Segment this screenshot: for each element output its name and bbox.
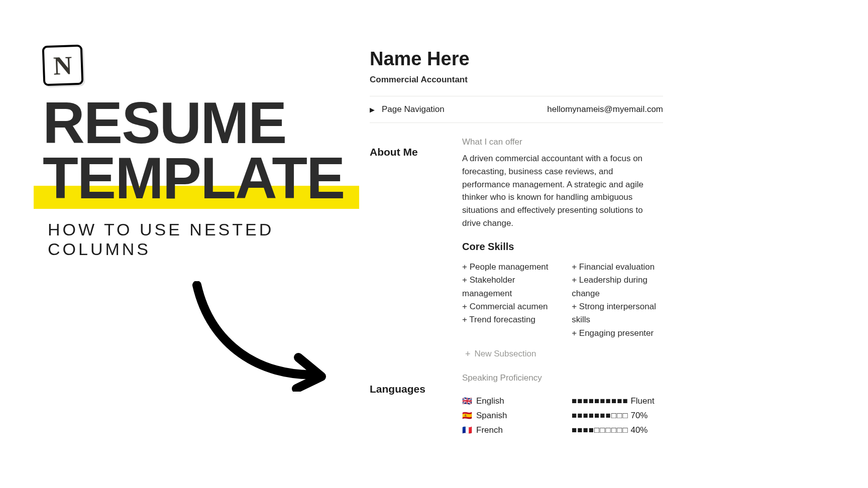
languages-label: Languages — [370, 383, 449, 395]
list-item[interactable]: Engaging presenter — [572, 327, 663, 340]
language-item[interactable]: 🇬🇧English — [462, 394, 553, 409]
email-text[interactable]: hellomynameis@myemail.com — [547, 104, 663, 114]
about-me-label: About Me — [370, 146, 449, 158]
language-item[interactable]: 🇪🇸Spanish — [462, 409, 553, 423]
language-name: English — [476, 396, 504, 406]
header-row: ▶ Page Navigation hellomynameis@myemail.… — [370, 96, 663, 123]
list-item[interactable]: Trend forecasting — [462, 313, 553, 326]
list-item[interactable]: Financial evaluation — [572, 261, 663, 274]
proficiency-value: 40% — [630, 425, 647, 435]
flag-gb-icon: 🇬🇧 — [462, 397, 472, 405]
language-name: Spanish — [476, 411, 507, 420]
speaking-proficiency-caption: Speaking Proficiency — [462, 373, 663, 383]
notion-page: Name Here Commercial Accountant ▶ Page N… — [370, 48, 663, 438]
languages-grid: 🇬🇧English 🇪🇸Spanish 🇫🇷French ■■■■■■■■■■ … — [462, 394, 663, 438]
proficiency-item: ■■■■■■■■■■ Fluent — [572, 394, 655, 409]
skills-list-right: Financial evaluation Leadership during c… — [572, 261, 663, 340]
progress-blocks: ■■■■■■■■■■ — [572, 396, 628, 406]
list-item[interactable]: People management — [462, 261, 553, 274]
notion-logo-icon: N — [42, 45, 84, 86]
languages-row: Languages Speaking Proficiency 🇬🇧English… — [370, 373, 663, 438]
plus-icon: + — [465, 349, 471, 358]
what-i-can-offer-caption: What I can offer — [462, 137, 663, 147]
promo-title-line2: TEMPLATE — [43, 151, 344, 206]
page-navigation-toggle[interactable]: ▶ Page Navigation — [370, 104, 445, 114]
flag-es-icon: 🇪🇸 — [462, 411, 472, 420]
core-skills-heading: Core Skills — [462, 241, 663, 253]
divider — [370, 123, 663, 123]
new-subsection-button[interactable]: + New Subsection — [462, 349, 663, 359]
list-item[interactable]: Stakeholder management — [462, 274, 553, 300]
triangle-right-icon: ▶ — [370, 106, 375, 113]
skills-columns: People management Stakeholder management… — [462, 261, 663, 340]
about-row: About Me What I can offer A driven comme… — [370, 137, 663, 359]
page-navigation-label: Page Navigation — [382, 104, 445, 114]
progress-blocks: ■■■■□□□□□□ — [572, 425, 628, 435]
flag-fr-icon: 🇫🇷 — [462, 426, 472, 434]
proficiency-value: 70% — [630, 411, 647, 420]
new-subsection-label: New Subsection — [475, 349, 536, 359]
curved-arrow-icon — [191, 281, 332, 392]
proficiency-item: ■■■■■■■□□□ 70% — [572, 409, 655, 423]
progress-blocks: ■■■■■■■□□□ — [572, 411, 628, 420]
page-subtitle[interactable]: Commercial Accountant — [370, 75, 663, 85]
list-item[interactable]: Commercial acumen — [462, 300, 553, 313]
proficiency-value: Fluent — [630, 396, 654, 406]
list-item[interactable]: Strong interpersonal skills — [572, 300, 663, 327]
language-proficiency-col: ■■■■■■■■■■ Fluent ■■■■■■■□□□ 70% ■■■■□□□… — [572, 394, 655, 438]
language-name: French — [476, 425, 503, 435]
list-item[interactable]: Leadership during change — [572, 274, 663, 300]
page-title[interactable]: Name Here — [370, 48, 663, 70]
language-item[interactable]: 🇫🇷French — [462, 423, 553, 438]
skills-list-left: People management Stakeholder management… — [462, 261, 553, 340]
proficiency-item: ■■■■□□□□□□ 40% — [572, 423, 655, 438]
promo-title: RESUME TEMPLATE — [43, 95, 344, 206]
promo-subtitle: HOW TO USE NESTED COLUMNS — [48, 220, 344, 259]
about-paragraph[interactable]: A driven commercial accountant with a fo… — [462, 152, 663, 230]
promo-panel: N RESUME TEMPLATE HOW TO USE NESTED COLU… — [43, 45, 344, 259]
language-names-col: 🇬🇧English 🇪🇸Spanish 🇫🇷French — [462, 394, 553, 438]
